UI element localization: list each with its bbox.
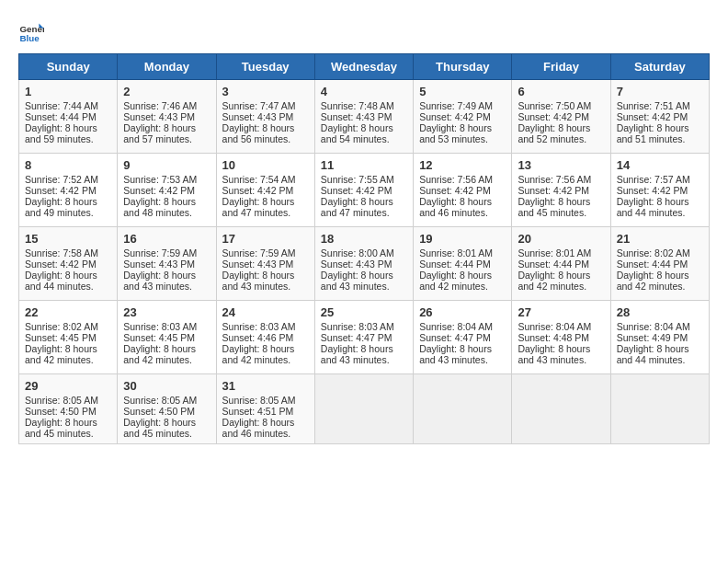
sunrise-text: Sunrise: 7:51 AM [617,100,690,111]
sunrise-text: Sunrise: 7:44 AM [25,100,98,111]
daylight-text: Daylight: 8 hours and 43 minutes. [321,270,393,292]
day-number: 8 [25,158,111,172]
sunset-text: Sunset: 4:42 PM [321,185,392,196]
daylight-text: Daylight: 8 hours and 56 minutes. [222,122,295,144]
sunset-text: Sunset: 4:43 PM [222,259,294,270]
sunset-text: Sunset: 4:43 PM [222,111,294,122]
sunset-text: Sunset: 4:42 PM [419,111,491,122]
daylight-text: Daylight: 8 hours and 42 minutes. [222,343,295,365]
calendar-cell: 24 Sunrise: 8:03 AM Sunset: 4:46 PM Dayl… [216,301,314,374]
calendar-cell: 10 Sunrise: 7:54 AM Sunset: 4:42 PM Dayl… [216,154,314,227]
daylight-text: Daylight: 8 hours and 43 minutes. [518,343,590,365]
calendar-cell: 5 Sunrise: 7:49 AM Sunset: 4:42 PM Dayli… [414,80,512,154]
day-number: 16 [123,232,210,246]
daylight-text: Daylight: 8 hours and 52 minutes. [518,122,590,144]
daylight-text: Daylight: 8 hours and 43 minutes. [419,343,492,365]
calendar-cell: 9 Sunrise: 7:53 AM Sunset: 4:42 PM Dayli… [118,154,216,227]
weekday-header: Saturday [610,54,709,80]
sunset-text: Sunset: 4:51 PM [222,406,294,417]
calendar-cell: 3 Sunrise: 7:47 AM Sunset: 4:43 PM Dayli… [216,80,314,154]
sunset-text: Sunset: 4:47 PM [419,332,491,343]
calendar-week-row: 1 Sunrise: 7:44 AM Sunset: 4:44 PM Dayli… [19,80,710,154]
daylight-text: Daylight: 8 hours and 45 minutes. [25,417,97,439]
calendar-cell: 27 Sunrise: 8:04 AM Sunset: 4:48 PM Dayl… [512,301,610,374]
day-number: 29 [25,379,111,393]
calendar-week-row: 8 Sunrise: 7:52 AM Sunset: 4:42 PM Dayli… [19,154,710,227]
sunset-text: Sunset: 4:46 PM [222,332,294,343]
day-number: 3 [222,85,309,98]
daylight-text: Daylight: 8 hours and 45 minutes. [123,417,196,439]
daylight-text: Daylight: 8 hours and 46 minutes. [419,196,492,218]
day-number: 5 [419,85,506,98]
sunset-text: Sunset: 4:50 PM [123,406,195,417]
sunrise-text: Sunrise: 8:05 AM [123,395,197,406]
calendar-cell: 6 Sunrise: 7:50 AM Sunset: 4:42 PM Dayli… [512,80,610,154]
day-number: 13 [518,158,604,172]
calendar-week-row: 29 Sunrise: 8:05 AM Sunset: 4:50 PM Dayl… [19,374,710,444]
calendar-cell: 7 Sunrise: 7:51 AM Sunset: 4:42 PM Dayli… [610,80,709,154]
page-header: General Blue [18,18,710,44]
daylight-text: Daylight: 8 hours and 48 minutes. [123,196,196,218]
sunset-text: Sunset: 4:43 PM [321,111,392,122]
calendar-table: SundayMondayTuesdayWednesdayThursdayFrid… [18,53,710,444]
daylight-text: Daylight: 8 hours and 49 minutes. [25,196,97,218]
daylight-text: Daylight: 8 hours and 54 minutes. [321,122,393,144]
calendar-cell: 17 Sunrise: 7:59 AM Sunset: 4:43 PM Dayl… [216,227,314,301]
sunset-text: Sunset: 4:42 PM [419,185,491,196]
day-number: 18 [321,232,407,246]
daylight-text: Daylight: 8 hours and 51 minutes. [617,122,689,144]
sunset-text: Sunset: 4:44 PM [617,259,688,270]
daylight-text: Daylight: 8 hours and 45 minutes. [518,196,590,218]
calendar-cell: 19 Sunrise: 8:01 AM Sunset: 4:44 PM Dayl… [414,227,512,301]
calendar-week-row: 15 Sunrise: 7:58 AM Sunset: 4:42 PM Dayl… [19,227,710,301]
day-number: 23 [123,305,210,319]
sunrise-text: Sunrise: 7:58 AM [25,247,98,259]
sunset-text: Sunset: 4:43 PM [123,259,195,270]
day-number: 28 [617,305,703,319]
sunrise-text: Sunrise: 7:48 AM [321,100,394,111]
weekday-header: Sunday [19,54,118,80]
sunrise-text: Sunrise: 7:59 AM [123,247,197,259]
day-number: 10 [222,158,309,172]
daylight-text: Daylight: 8 hours and 44 minutes. [617,343,689,365]
daylight-text: Daylight: 8 hours and 42 minutes. [419,270,492,292]
daylight-text: Daylight: 8 hours and 44 minutes. [617,196,689,218]
calendar-cell [512,374,610,444]
daylight-text: Daylight: 8 hours and 43 minutes. [321,343,393,365]
calendar-cell: 26 Sunrise: 8:04 AM Sunset: 4:47 PM Dayl… [414,301,512,374]
sunset-text: Sunset: 4:42 PM [617,185,688,196]
calendar-cell [610,374,709,444]
calendar-cell: 14 Sunrise: 7:57 AM Sunset: 4:42 PM Dayl… [610,154,709,227]
weekday-header-row: SundayMondayTuesdayWednesdayThursdayFrid… [19,54,710,80]
sunrise-text: Sunrise: 7:53 AM [123,174,197,185]
sunrise-text: Sunrise: 7:55 AM [321,174,394,185]
day-number: 27 [518,305,604,319]
day-number: 11 [321,158,407,172]
calendar-cell: 25 Sunrise: 8:03 AM Sunset: 4:47 PM Dayl… [314,301,413,374]
weekday-header: Friday [512,54,610,80]
sunrise-text: Sunrise: 7:54 AM [222,174,296,185]
daylight-text: Daylight: 8 hours and 42 minutes. [617,270,689,292]
calendar-cell: 13 Sunrise: 7:56 AM Sunset: 4:42 PM Dayl… [512,154,610,227]
day-number: 26 [419,305,506,319]
sunrise-text: Sunrise: 8:04 AM [518,321,591,332]
sunrise-text: Sunrise: 7:47 AM [222,100,296,111]
day-number: 30 [123,379,210,393]
logo-icon: General Blue [18,18,44,44]
sunrise-text: Sunrise: 8:03 AM [321,321,394,332]
sunrise-text: Sunrise: 8:03 AM [222,321,296,332]
sunrise-text: Sunrise: 7:52 AM [25,174,98,185]
daylight-text: Daylight: 8 hours and 53 minutes. [419,122,492,144]
daylight-text: Daylight: 8 hours and 44 minutes. [25,270,97,292]
sunrise-text: Sunrise: 8:05 AM [25,395,98,406]
day-number: 15 [25,232,111,246]
calendar-cell: 18 Sunrise: 8:00 AM Sunset: 4:43 PM Dayl… [314,227,413,301]
calendar-cell: 11 Sunrise: 7:55 AM Sunset: 4:42 PM Dayl… [314,154,413,227]
sunset-text: Sunset: 4:44 PM [25,111,97,122]
sunset-text: Sunset: 4:43 PM [123,111,195,122]
sunrise-text: Sunrise: 7:59 AM [222,247,296,259]
daylight-text: Daylight: 8 hours and 43 minutes. [222,270,295,292]
calendar-cell: 23 Sunrise: 8:03 AM Sunset: 4:45 PM Dayl… [118,301,216,374]
sunset-text: Sunset: 4:43 PM [321,259,392,270]
daylight-text: Daylight: 8 hours and 46 minutes. [222,417,295,439]
